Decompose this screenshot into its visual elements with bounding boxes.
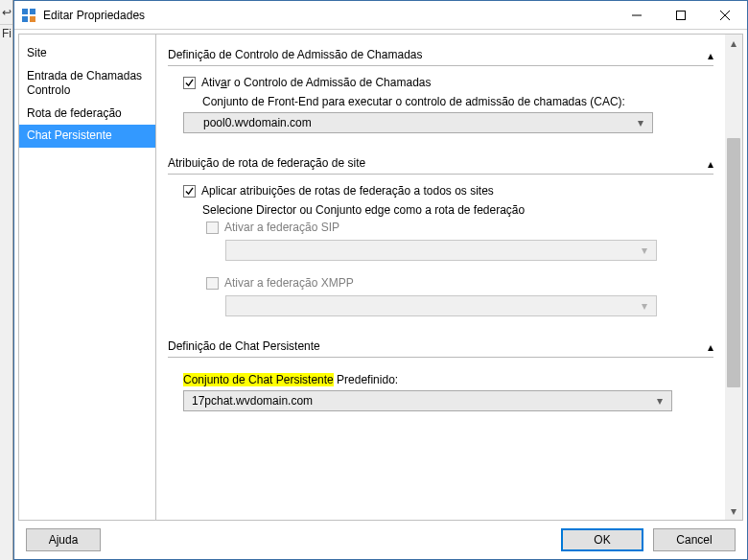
sidebar-item-site[interactable]: Site — [19, 42, 155, 65]
app-icon — [20, 7, 37, 24]
minimize-button[interactable] — [615, 1, 659, 30]
chevron-down-icon: ▾ — [637, 244, 652, 257]
sidebar-item-chat[interactable]: Chat Persistente — [19, 125, 155, 148]
maximize-button[interactable] — [659, 1, 703, 30]
main-panel: Definição de Controlo de Admissão de Cha… — [156, 35, 742, 520]
button-bar: Ajuda OK Cancel — [14, 521, 747, 559]
window-title: Editar Propriedades — [43, 9, 615, 22]
sidebar-item-rota[interactable]: Rota de federação — [19, 103, 155, 126]
checkbox-enable-cac-label: Ativar o Controlo de Admissão de Chamada… — [201, 76, 432, 89]
checkbox-apply-fed[interactable]: Aplicar atribuições de rotas de federaçã… — [183, 184, 713, 198]
cac-pool-value: pool0.wvdomain.com — [203, 116, 633, 129]
svg-rect-5 — [677, 11, 686, 19]
pc-pool-label: Conjunto de Chat Persistente Predefinido… — [183, 373, 713, 386]
checkbox-apply-fed-label: Aplicar atribuições de rotas de federaçã… — [201, 184, 494, 198]
scroll-up-icon[interactable]: ▴ — [725, 35, 742, 52]
pc-pool-value: 17pchat.wvdomain.com — [192, 394, 652, 408]
checkbox-xmpp-label: Ativar a federação XMPP — [224, 276, 354, 290]
scroll-thumb[interactable] — [727, 138, 740, 387]
sidebar-nav: Site Entrada de Chamadas Controlo Rota d… — [19, 35, 156, 520]
content-area: Site Entrada de Chamadas Controlo Rota d… — [18, 34, 743, 521]
ok-button[interactable]: OK — [561, 528, 643, 551]
cac-pool-label: Conjunto de Front-End para executar o co… — [183, 95, 713, 108]
scroll-down-icon[interactable]: ▾ — [725, 502, 742, 520]
checkbox-sip: Ativar a federação SIP — [206, 221, 713, 234]
main-scroll-content: Definição de Controlo de Admissão de Cha… — [156, 35, 725, 520]
parent-window: ↩ Fi — [0, 0, 13, 560]
cac-pool-select[interactable]: pool0.wvdomain.com ▾ — [183, 112, 653, 133]
checkbox-sip-label: Ativar a federação SIP — [224, 221, 339, 234]
svg-rect-3 — [30, 16, 35, 22]
close-button[interactable] — [703, 1, 747, 30]
chevron-down-icon: ▾ — [637, 299, 652, 313]
collapse-icon: ▴ — [698, 157, 713, 171]
scroll-track[interactable] — [725, 52, 742, 502]
parent-label: Fi — [0, 25, 12, 42]
chevron-down-icon: ▾ — [652, 394, 667, 408]
parent-toolbar: ↩ — [0, 0, 12, 25]
checkbox-enable-cac[interactable]: Ativar o Controlo de Admissão de Chamada… — [183, 76, 713, 89]
fed-select-label: Selecione Director ou Conjunto edge como… — [183, 203, 713, 217]
cancel-button[interactable]: Cancel — [653, 528, 736, 551]
pc-pool-select[interactable]: 17pchat.wvdomain.com ▾ — [183, 390, 672, 411]
collapse-icon: ▴ — [698, 340, 713, 354]
checkbox-xmpp: Ativar a federação XMPP — [206, 276, 713, 290]
section-head-fed[interactable]: Atribuição de rota de federação de site … — [168, 156, 713, 172]
svg-rect-2 — [22, 16, 28, 22]
titlebar: Editar Propriedades — [14, 1, 747, 30]
sip-select: ▾ — [225, 240, 657, 261]
section-title-pc: Definição de Chat Persistente — [168, 339, 698, 355]
section-title-fed: Atribuição de rota de federação de site — [168, 156, 698, 172]
section-head-pc[interactable]: Definição de Chat Persistente ▴ — [168, 339, 713, 355]
help-button[interactable]: Ajuda — [26, 528, 101, 551]
dialog-window: Editar Propriedades Site Entrada de Cham… — [13, 0, 748, 560]
chevron-down-icon: ▾ — [633, 116, 648, 129]
svg-rect-1 — [30, 9, 35, 14]
svg-rect-0 — [22, 9, 28, 14]
sidebar-item-entrada[interactable]: Entrada de Chamadas Controlo — [19, 65, 155, 103]
collapse-icon: ▴ — [698, 49, 713, 62]
xmpp-select: ▾ — [225, 295, 657, 316]
undo-icon: ↩ — [2, 6, 12, 19]
section-head-cac[interactable]: Definição de Controlo de Admissão de Cha… — [168, 48, 713, 63]
section-title-cac: Definição de Controlo de Admissão de Cha… — [168, 48, 698, 63]
vertical-scrollbar[interactable]: ▴ ▾ — [725, 35, 742, 520]
